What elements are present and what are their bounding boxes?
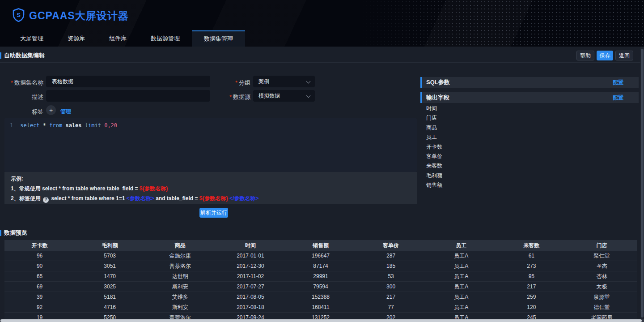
table-cell: 168411 (285, 302, 356, 312)
output-field-item: 客单价 (420, 152, 555, 161)
required-mark: * (229, 94, 232, 100)
sql-usage-examples: 示例: 1、常规使用 select * from table where tab… (4, 172, 417, 204)
output-fields-config-link[interactable]: 配置 (613, 94, 623, 102)
table-cell: 87174 (285, 261, 356, 271)
sql-line: 1select * from sales limit 0,20 (4, 118, 417, 129)
add-tag-button[interactable]: + (46, 105, 56, 115)
column-header: 商品 (145, 240, 215, 251)
column-header: 员工 (426, 240, 496, 251)
sql-code-editor[interactable]: 1select * from sales limit 0,20 (4, 118, 417, 172)
table-cell: 太极 (567, 282, 637, 292)
output-field-item: 商品 (420, 123, 555, 133)
plus-icon: + (49, 107, 53, 114)
nav-tab[interactable]: 大屏管理 (8, 30, 55, 47)
table-row: 651470达世明2017-11-022999153员工A95杏林 (4, 271, 637, 282)
table-cell: 员工A (426, 282, 496, 292)
column-header: 门店 (567, 240, 637, 251)
dataset-name-input[interactable] (46, 76, 210, 87)
table-row: 903051普萘洛尔2017-12-3087174185员工A273圣杰 (4, 261, 637, 271)
horizontal-scrollbar-thumb[interactable] (0, 319, 642, 322)
app-title: GCPAAS大屏设计器 (29, 9, 129, 23)
output-field-item: 时间 (420, 104, 555, 113)
table-cell: 普萘洛尔 (145, 261, 215, 271)
table-cell: 4716 (75, 302, 145, 312)
table-cell: 金施尔康 (145, 251, 215, 261)
column-header: 毛利额 (75, 240, 145, 251)
datasource-select[interactable]: 模拟数据 (253, 90, 315, 102)
table-cell: 29991 (285, 271, 356, 281)
table-cell: 2017-08-18 (215, 302, 285, 312)
back-button[interactable]: 返回 (615, 51, 633, 60)
column-header: 开卡数 (4, 240, 75, 251)
table-cell: 2017-12-30 (215, 261, 285, 271)
sql-params-config-link[interactable]: 配置 (613, 79, 623, 86)
nav-tab[interactable]: 组件库 (97, 30, 139, 47)
table-row: 965703金施尔康2017-01-01196647287员工A61聚仁堂 (4, 251, 637, 261)
app-logo: S GCPAAS大屏设计器 (13, 8, 129, 24)
table-cell: 259 (496, 292, 567, 302)
nav-tab[interactable]: 资源库 (55, 30, 97, 47)
shield-logo-icon: S (13, 8, 25, 24)
vertical-scrollbar-thumb[interactable] (641, 49, 644, 318)
table-cell: 2017-11-02 (215, 271, 285, 281)
table-cell: 287 (356, 251, 426, 261)
table-cell: 61 (496, 251, 567, 261)
table-cell: 达世明 (145, 271, 215, 281)
toolbar-divider (0, 62, 640, 63)
help-button[interactable]: 帮助 (576, 51, 594, 60)
group-select[interactable]: 案例 (253, 76, 315, 87)
table-cell: 92 (4, 302, 75, 312)
output-field-item: 销售额 (420, 180, 555, 190)
output-field-item: 来客数 (420, 161, 555, 171)
column-header: 来客数 (496, 240, 567, 251)
table-cell: 聚仁堂 (567, 251, 637, 261)
table-cell: 300 (356, 282, 426, 292)
table-row: 924716斯利安2017-08-1816841177员工A120德仁堂 (4, 302, 637, 313)
app-header: S GCPAAS大屏设计器 大屏管理资源库组件库数据源管理数据集管理 (0, 0, 644, 47)
column-header: 时间 (215, 240, 285, 251)
description-input[interactable] (46, 90, 210, 102)
output-field-item: 毛利额 (420, 171, 555, 180)
table-cell: 95 (496, 271, 567, 281)
table-cell: 员工A (426, 302, 496, 312)
required-mark: * (235, 79, 237, 86)
table-cell: 3025 (75, 282, 145, 292)
preview-table: 开卡数毛利额商品时间销售额客单价员工来客数门店 965703金施尔康2017-0… (4, 240, 637, 322)
table-cell: 90 (4, 261, 75, 271)
table-cell: 3051 (75, 261, 145, 271)
table-cell: 77 (356, 302, 426, 312)
example-line-2: 2、标签使用 ? select * from table where 1=1 <… (11, 196, 411, 203)
table-cell: 39 (4, 292, 75, 302)
title-accent-bar (0, 230, 1, 236)
table-cell: 泉源堂 (567, 292, 637, 302)
table-cell: 2017-07-27 (215, 282, 285, 292)
table-cell: 5703 (75, 251, 145, 261)
table-cell: 斯利安 (145, 302, 215, 312)
table-cell: 斯利安 (145, 282, 215, 292)
help-icon: ? (43, 197, 49, 203)
manage-tags-link[interactable]: 管理 (60, 108, 71, 116)
tags-label: 标签 (0, 108, 43, 116)
table-cell: 65 (4, 271, 75, 281)
preview-table-body: 965703金施尔康2017-01-01196647287员工A61聚仁堂903… (4, 251, 637, 322)
nav-tab[interactable]: 数据集管理 (192, 30, 245, 47)
nav-tab[interactable]: 数据源管理 (139, 30, 192, 47)
table-cell: 杏林 (567, 271, 637, 281)
output-field-item: 开卡数 (420, 142, 555, 152)
table-cell: 273 (496, 261, 567, 271)
datasource-label: *数据源 (206, 93, 250, 101)
parse-and-run-button[interactable]: 解析并运行 (199, 208, 228, 218)
save-button[interactable]: 保存 (597, 51, 613, 60)
table-cell: 德仁堂 (567, 302, 637, 312)
world-map-dots (358, 0, 644, 47)
main-nav: 大屏管理资源库组件库数据源管理数据集管理 (8, 30, 245, 47)
example-title: 示例: (11, 176, 411, 181)
page-title: 自助数据集编辑 (0, 52, 45, 60)
title-accent-bar (0, 52, 1, 59)
table-cell: 152388 (285, 292, 356, 302)
table-cell: 217 (496, 282, 567, 292)
dataset-name-label: *数据集名称 (0, 79, 43, 87)
output-field-item: 员工 (420, 133, 555, 142)
table-cell: 艾维多 (145, 292, 215, 302)
table-cell: 196647 (285, 251, 356, 261)
